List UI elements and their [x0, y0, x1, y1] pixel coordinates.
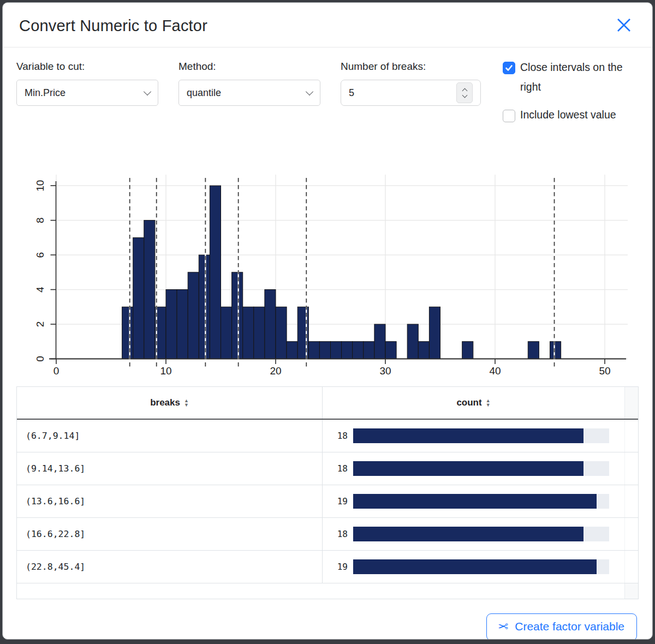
- x-tick-label: 40: [489, 365, 501, 377]
- method-select[interactable]: quantile: [178, 80, 320, 106]
- variable-group: Variable to cut: Min.Price: [16, 61, 178, 134]
- count-bar-fill: [353, 559, 597, 574]
- count-value: 19: [323, 496, 348, 506]
- count-bar-fill: [353, 461, 583, 476]
- count-bar-track: [353, 559, 609, 574]
- histogram-svg: 010203040500246810: [16, 165, 644, 383]
- count-cell: 19: [323, 485, 624, 517]
- count-bar-fill: [353, 428, 583, 443]
- histogram-bar: [276, 307, 287, 359]
- table-row: (22.8,45.4]19: [17, 551, 638, 583]
- count-column-header[interactable]: count ▲▼: [323, 387, 624, 419]
- method-label: Method:: [178, 61, 341, 73]
- x-tick-label: 30: [379, 365, 391, 377]
- x-tick-label: 0: [53, 365, 59, 377]
- y-tick-label: 0: [34, 356, 46, 362]
- close-intervals-option[interactable]: Close intervals on the right: [503, 61, 639, 97]
- breaks-group: Number of breaks: 5: [341, 61, 503, 134]
- table-row-gutter: [624, 518, 638, 550]
- sort-icon: ▲▼: [486, 398, 491, 407]
- breaks-cell: (16.6,22.8]: [17, 518, 323, 550]
- table-row: (16.6,22.8]18: [17, 518, 638, 551]
- chevron-down-icon: [306, 87, 313, 95]
- histogram-bar: [210, 186, 221, 359]
- y-tick-label: 2: [34, 321, 46, 327]
- chevron-down-icon: [144, 87, 151, 95]
- histogram-bar: [353, 342, 364, 359]
- scissors-icon: ✂: [498, 621, 508, 633]
- table-row: (13.6,16.6]19: [17, 485, 638, 518]
- include-lowest-label: Include lowest value: [520, 109, 616, 121]
- count-cell: 18: [323, 420, 624, 452]
- include-lowest-option[interactable]: Include lowest value: [503, 109, 639, 122]
- count-bar-fill: [353, 494, 597, 509]
- close-button[interactable]: [613, 15, 635, 37]
- count-value: 18: [323, 529, 348, 539]
- table-row-gutter: [624, 452, 638, 485]
- close-intervals-checkbox[interactable]: [503, 62, 515, 74]
- table-header: breaks ▲▼ count ▲▼: [17, 387, 638, 420]
- breaks-column-header[interactable]: breaks ▲▼: [17, 387, 323, 419]
- table-row-gutter: [624, 485, 638, 517]
- histogram-bar: [528, 342, 539, 359]
- breaks-table: breaks ▲▼ count ▲▼ (6.7,9.14]18(9.14,13.…: [16, 386, 639, 583]
- check-icon: [505, 64, 513, 72]
- histogram-bar: [364, 342, 374, 359]
- histogram-bar: [342, 342, 353, 359]
- histogram-bar: [243, 307, 254, 359]
- breaks-number-input[interactable]: 5: [341, 80, 481, 106]
- convert-numeric-dialog: Convert Numeric to Factor Variable to cu…: [2, 2, 653, 640]
- breaks-label: Number of breaks:: [341, 61, 503, 73]
- histogram-bar: [221, 307, 232, 359]
- controls-row: Variable to cut: Min.Price Method: quant…: [3, 47, 652, 134]
- table-header-gutter: [624, 387, 638, 419]
- table-row: (9.14,13.6]18: [17, 452, 638, 485]
- x-tick-label: 10: [160, 365, 171, 377]
- count-bar-fill: [353, 527, 583, 541]
- number-stepper[interactable]: [456, 82, 473, 103]
- histogram-bar: [144, 220, 155, 359]
- count-bar-track: [353, 494, 609, 509]
- histogram-bar: [550, 342, 561, 359]
- histogram-bar: [265, 290, 276, 359]
- method-select-value: quantile: [187, 87, 307, 99]
- histogram-bar: [166, 290, 177, 359]
- create-factor-button[interactable]: ✂ Create factor variable: [486, 613, 637, 640]
- table-body: (6.7,9.14]18(9.14,13.6]18(13.6,16.6]19(1…: [17, 420, 638, 583]
- count-bar-track: [353, 428, 609, 443]
- breaks-cell: (6.7,9.14]: [17, 420, 323, 452]
- create-factor-label: Create factor variable: [515, 620, 624, 633]
- histogram-bar: [308, 342, 319, 359]
- variable-select[interactable]: Min.Price: [16, 80, 158, 106]
- y-tick-label: 4: [34, 287, 46, 293]
- y-tick-label: 10: [34, 180, 46, 192]
- breaks-number-value: 5: [349, 87, 354, 99]
- breaks-cell: (22.8,45.4]: [17, 551, 323, 583]
- histogram-bar: [254, 307, 265, 359]
- count-value: 18: [323, 463, 348, 474]
- table-row-gutter: [624, 420, 638, 452]
- count-value: 18: [323, 431, 348, 441]
- histogram-bar: [199, 255, 210, 359]
- count-value: 19: [323, 562, 348, 572]
- y-tick-label: 8: [34, 217, 46, 223]
- method-group: Method: quantile: [178, 61, 341, 134]
- dialog-title: Convert Numeric to Factor: [19, 17, 636, 35]
- breaks-cell: (13.6,16.6]: [17, 485, 323, 517]
- table-footer-strip: [16, 583, 639, 599]
- stepper-down-icon: [462, 92, 467, 98]
- breaks-column-label: breaks: [150, 397, 180, 408]
- include-lowest-checkbox[interactable]: [503, 110, 515, 122]
- table-row: (6.7,9.14]18: [17, 420, 638, 452]
- variable-label: Variable to cut:: [16, 61, 178, 73]
- count-bar-track: [353, 461, 609, 476]
- count-cell: 18: [323, 518, 624, 550]
- count-bar-track: [353, 527, 609, 541]
- histogram-bar: [122, 307, 133, 359]
- histogram-bar: [462, 342, 473, 359]
- histogram-bar: [385, 342, 396, 359]
- histogram-bar: [319, 342, 330, 359]
- y-tick-label: 6: [34, 252, 46, 258]
- histogram-bar: [133, 238, 144, 359]
- histogram-bar: [331, 342, 342, 359]
